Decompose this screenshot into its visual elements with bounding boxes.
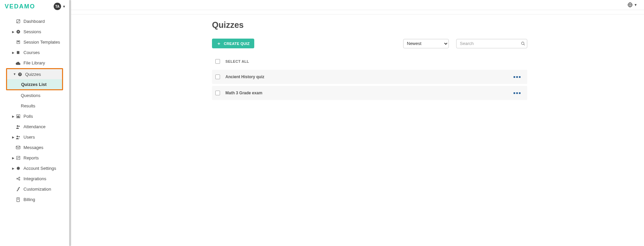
sidebar-item-billing[interactable]: Billing	[0, 194, 69, 205]
sidebar-subitem-results[interactable]: Results	[0, 101, 69, 111]
sidebar-item-messages[interactable]: Messages	[0, 142, 69, 153]
sidebar-item-integrations[interactable]: Integrations	[0, 174, 69, 184]
sidebar-item-label: Questions	[21, 93, 41, 98]
cloud-icon	[15, 60, 21, 66]
quiz-checkbox[interactable]	[215, 91, 220, 95]
sidebar-item-label: Customization	[23, 187, 51, 192]
toolbar: ＋ CREATE QUIZ Newest	[212, 39, 527, 48]
sidebar-subitem-quizzes-list[interactable]: Quizzes List	[7, 79, 62, 89]
sidebar-item-label: File Library	[23, 60, 45, 65]
create-quiz-button[interactable]: ＋ CREATE QUIZ	[212, 39, 254, 48]
book-icon	[15, 50, 21, 55]
sidebar-item-account-settings[interactable]: ▶ Account Settings	[0, 163, 69, 174]
chevron-right-icon: ▶	[12, 51, 15, 54]
avatar: TA	[54, 3, 61, 10]
svg-point-14	[16, 136, 18, 137]
question-circle-icon: ?	[17, 71, 22, 77]
select-all-row: SELECT ALL	[212, 56, 252, 66]
search-icon[interactable]	[521, 41, 525, 46]
sidebar-item-sessions[interactable]: ▶ Sessions	[0, 27, 69, 37]
sidebar-item-reports[interactable]: ▶ Reports	[0, 153, 69, 163]
sidebar-item-label: Billing	[23, 197, 35, 202]
users-icon	[15, 135, 21, 140]
dots-icon	[514, 76, 515, 78]
chart-icon	[15, 155, 21, 161]
sidebar-item-label: Quizzes List	[21, 82, 47, 87]
mail-icon	[15, 145, 21, 150]
svg-point-20	[19, 177, 20, 178]
sidebar-item-label: Integrations	[23, 176, 46, 181]
svg-line-32	[524, 44, 525, 45]
svg-point-19	[16, 178, 17, 179]
select-all-checkbox[interactable]	[215, 59, 220, 64]
top-divider	[71, 14, 644, 14]
sidebar-item-courses[interactable]: ▶ Courses	[0, 47, 69, 58]
dots-icon	[519, 92, 521, 94]
brand-logo: VEDAMO	[5, 3, 35, 10]
sidebar-item-dashboard[interactable]: Dashboard	[0, 16, 69, 27]
dots-icon	[516, 92, 518, 94]
sidebar-item-label: Polls	[23, 114, 33, 119]
tools-icon	[15, 187, 21, 192]
user-menu[interactable]: TA ▼	[54, 3, 66, 10]
chevron-right-icon: ▶	[12, 156, 15, 160]
sidebar-item-label: Courses	[23, 50, 40, 55]
dots-icon	[519, 76, 521, 78]
sidebar-item-label: Reports	[23, 155, 39, 160]
sort-select[interactable]: Newest	[403, 39, 449, 48]
language-selector[interactable]: ▼	[628, 2, 637, 7]
sidebar-item-label: Account Settings	[23, 166, 56, 171]
integration-icon	[15, 176, 21, 182]
quiz-actions-menu[interactable]	[512, 75, 522, 79]
quiz-checkbox[interactable]	[215, 75, 220, 79]
sidebar-item-quizzes[interactable]: ▼ ? Quizzes	[7, 69, 62, 79]
dashboard-icon	[15, 19, 21, 24]
sidebar-scrollbar[interactable]	[69, 0, 71, 246]
plus-icon: ＋	[217, 41, 221, 46]
chevron-right-icon: ▶	[12, 115, 15, 118]
chevron-right-icon: ▶	[12, 136, 15, 139]
select-all-label: SELECT ALL	[225, 59, 249, 63]
quiz-row[interactable]: Ancient History quiz	[212, 70, 527, 84]
gear-icon	[15, 166, 21, 171]
quiz-actions-menu[interactable]	[512, 91, 522, 95]
billing-icon	[15, 197, 21, 202]
sidebar-item-label: Quizzes	[25, 72, 41, 77]
toolbar-right: Newest	[403, 39, 527, 48]
svg-text:?: ?	[19, 73, 21, 76]
svg-point-31	[522, 42, 524, 45]
page-title: Quizzes	[212, 20, 527, 30]
sidebar-item-label: Messages	[23, 145, 43, 150]
sidebar-quizzes-highlight: ▼ ? Quizzes Quizzes List	[6, 68, 63, 90]
sidebar-item-polls[interactable]: ▶ Polls	[0, 111, 69, 121]
sidebar-item-customization[interactable]: Customization	[0, 184, 69, 194]
sidebar-item-label: Results	[21, 103, 35, 108]
people-icon	[15, 124, 21, 130]
svg-rect-5	[17, 41, 19, 42]
chevron-right-icon: ▶	[12, 30, 15, 34]
top-bar: ▼	[71, 0, 644, 10]
chevron-right-icon: ▶	[12, 167, 15, 170]
sidebar-item-attendance[interactable]: Attendance	[0, 121, 69, 132]
chevron-down-icon: ▼	[13, 72, 16, 76]
sidebar-subitem-questions[interactable]: Questions	[0, 90, 69, 101]
sidebar-item-users[interactable]: ▶ Users	[0, 132, 69, 142]
quiz-title: Math 3 Grade exam	[225, 91, 262, 95]
quiz-row[interactable]: Math 3 Grade exam	[212, 86, 527, 100]
quiz-list: Ancient History quizMath 3 Grade exam	[212, 70, 527, 100]
search-input[interactable]	[456, 39, 527, 48]
chevron-down-icon: ▼	[62, 5, 66, 8]
quiz-row-left: Ancient History quiz	[215, 75, 264, 79]
svg-rect-10	[18, 115, 18, 117]
main-content: Quizzes ＋ CREATE QUIZ Newest	[69, 0, 644, 246]
sidebar-item-session-templates[interactable]: Session Templates	[0, 37, 69, 47]
svg-line-22	[17, 178, 18, 179]
svg-line-23	[17, 179, 18, 180]
svg-line-1	[16, 20, 20, 23]
dots-icon	[516, 76, 518, 78]
sidebar-item-file-library[interactable]: File Library	[0, 58, 69, 68]
search-wrap	[456, 39, 527, 48]
sidebar-nav: Dashboard ▶ Sessions Session Templates ▶	[0, 14, 69, 205]
svg-point-15	[18, 136, 20, 137]
svg-point-21	[19, 179, 20, 180]
